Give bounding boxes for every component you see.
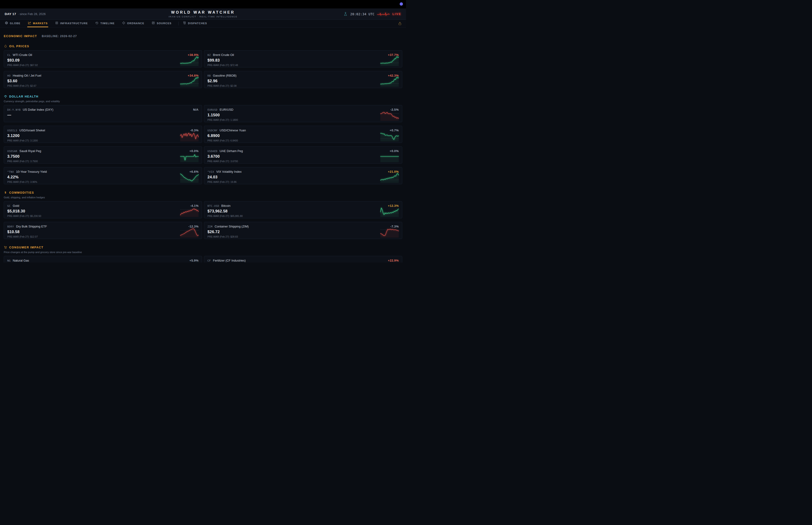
sparkline-chart [380, 131, 399, 141]
nav-divider [178, 21, 179, 25]
prewar-baseline: PRE-WAR (Feb 27): $65,881.80 [208, 214, 399, 217]
sparkline-chart [180, 131, 199, 141]
ticker: USDCNY [208, 129, 218, 132]
sparkline-chart [380, 76, 399, 87]
card-title-row: BTC-USD Bitcoin +12.3% [208, 204, 399, 208]
sparkline-chart [380, 261, 399, 262]
app-title-block: WORLD WAR WATCHER IRAN-US CONFLICT · REA… [168, 10, 237, 18]
sparkline-chart [380, 110, 399, 121]
ticker: ^VIX [208, 170, 214, 174]
sparkline-chart [180, 261, 199, 262]
globe-icon [5, 21, 8, 25]
top-status-bar [0, 0, 406, 9]
current-price: $99.83 [208, 58, 399, 62]
nav-tab-sources[interactable]: SOURCES [151, 20, 172, 27]
card-title-row: NG Natural Gas +5.9% [7, 259, 199, 262]
app-header: DAY 17 · since Feb 28, 2026 WORLD WAR WA… [0, 9, 406, 20]
svg-text:$: $ [5, 191, 6, 194]
market-section: OIL PRICES CL WTI Crude Oil +38.9% $93.0… [4, 44, 402, 88]
current-price: — [7, 113, 199, 117]
day-label: DAY 17 [5, 12, 16, 16]
ticker: CF [208, 259, 211, 262]
instrument-name: Brent Crude Oil [213, 53, 234, 57]
current-price: $10.58 [7, 229, 199, 234]
instrument-card[interactable]: NG Natural Gas +5.9% $3.03 [4, 256, 202, 262]
instrument-name: Gasoline (RBOB) [213, 74, 236, 77]
sparkline-chart [380, 172, 399, 183]
card-title-row: USDSAR Saudi Riyal Peg +0.0% [7, 149, 199, 153]
instrument-card[interactable]: BDRY Dry Bulk Shipping ETF -12.3% $10.58… [4, 222, 202, 239]
prewar-baseline: PRE-WAR (Feb 27): 6.8400 [208, 139, 399, 142]
current-price: 3.1200 [7, 134, 199, 138]
instrument-name: Bitcoin [221, 204, 230, 208]
instrument-card[interactable]: USDAED UAE Dirham Peg +0.0% 3.6700 PRE-W… [204, 146, 402, 164]
instrument-name: 10-Year Treasury Yield [16, 170, 47, 174]
instrument-card[interactable]: ZIM Container Shipping (ZIM) -7.3% $26.7… [204, 222, 402, 239]
instrument-card[interactable]: CL WTI Crude Oil +38.9% $93.09 PRE-WAR (… [4, 50, 202, 68]
instrument-card[interactable]: ^VIX VIX Volatility Index +21.0% 24.03 P… [204, 167, 402, 184]
instrument-card[interactable]: HO Heating Oil / Jet Fuel +34.8% $3.60 P… [4, 71, 202, 88]
section-title: CONSUMER IMPACT [9, 246, 44, 249]
section-header: $ COMMODITIES [4, 191, 402, 194]
nav-tab-markets[interactable]: MARKETS [27, 20, 48, 27]
instrument-name: Fertilizer (CF Industries) [213, 259, 246, 262]
nav-tab-timeline[interactable]: TIMELINE [95, 20, 115, 27]
card-title-row: DX-Y.NYB US Dollar Index (DXY) N/A [7, 108, 199, 111]
instrument-card[interactable]: RB Gasoline (RBOB) +42.3% $2.96 PRE-WAR … [204, 71, 402, 88]
instrument-name: USD/Israeli Shekel [19, 129, 45, 132]
market-section: $ COMMODITIES Gold, shipping, and inflat… [4, 191, 402, 239]
prewar-baseline: PRE-WAR (Feb 27): $12.07 [7, 235, 199, 238]
war-day-counter: DAY 17 · since Feb 28, 2026 [5, 12, 46, 16]
section-subtitle: Price changes at the pump and grocery st… [4, 251, 402, 254]
nav-tab-globe[interactable]: GLOBE [4, 20, 21, 27]
prewar-baseline: PRE-WAR (Feb 27): 3.7500 [7, 160, 199, 163]
document-icon [152, 21, 155, 25]
server-icon [55, 21, 59, 25]
instrument-card[interactable]: BTC-USD Bitcoin +12.3% $73,962.58 PRE-WA… [204, 201, 402, 218]
current-price: 3.6700 [208, 154, 399, 159]
card-title-row: CF Fertilizer (CF Industries) +22.9% [208, 259, 399, 262]
sparkline-chart [180, 172, 199, 183]
instrument-card[interactable]: GC Gold -4.1% $5,018.30 PRE-WAR (Feb 27)… [4, 201, 202, 218]
share-icon[interactable] [398, 20, 402, 27]
instrument-card[interactable]: ^TNX 10-Year Treasury Yield +6.6% 4.22% … [4, 167, 202, 184]
prewar-baseline: PRE-WAR (Feb 27): $5,230.50 [7, 214, 199, 217]
instrument-card[interactable]: CF Fertilizer (CF Industries) +22.9% $12… [204, 256, 402, 262]
app-subtitle: IRAN-US CONFLICT · REAL-TIME INTELLIGENC… [168, 15, 237, 18]
instrument-name: Gold [13, 204, 19, 208]
card-title-row: BZ Brent Crude Oil +37.7% [208, 53, 399, 57]
sparkline-chart [180, 227, 199, 238]
header-status-cluster: 20:02:34 UTC LIVE [343, 12, 401, 16]
instrument-card[interactable]: BZ Brent Crude Oil +37.7% $99.83 PRE-WAR… [204, 50, 402, 68]
nav-tab-infrastructure[interactable]: INFRASTRUCTURE [55, 20, 88, 27]
instrument-card[interactable]: USDILS USD/Israeli Shekel -0.3% 3.1200 P… [4, 126, 202, 143]
instrument-card[interactable]: USDSAR Saudi Riyal Peg +0.0% 3.7500 PRE-… [4, 146, 202, 164]
prewar-baseline: PRE-WAR (Feb 27): 3.6700 [208, 160, 399, 163]
instrument-card[interactable]: USDCNY USD/Chinese Yuan +0.7% 6.8900 PRE… [204, 126, 402, 143]
section-header: CONSUMER IMPACT [4, 245, 402, 249]
nav-tab-ordnance[interactable]: ORDNANCE [121, 20, 145, 27]
instrument-card[interactable]: DX-Y.NYB US Dollar Index (DXY) N/A — [4, 105, 202, 122]
card-title-row: USDAED UAE Dirham Peg +0.0% [208, 149, 399, 153]
prewar-baseline: PRE-WAR (Feb 27): $28.83 [208, 235, 399, 238]
current-price: $5,018.30 [7, 209, 199, 213]
card-title-row: USDCNY USD/Chinese Yuan +0.7% [208, 129, 399, 132]
sparkline-chart [180, 151, 199, 162]
ticker: NG [7, 259, 11, 262]
ticker: BTC-USD [208, 205, 219, 208]
prewar-baseline: PRE-WAR (Feb 27): 1.1800 [208, 118, 399, 121]
page-header-row: ECONOMIC IMPACT BASELINE: 2026-02-27 [4, 34, 402, 38]
nav-tab-dispatches[interactable]: DISPATCHES [182, 20, 208, 27]
prewar-baseline: PRE-WAR (Feb 27): $72.48 [208, 64, 399, 66]
instrument-name: Natural Gas [13, 259, 29, 262]
instrument-card[interactable]: EURUSD EUR/USD -2.5% 1.1500 PRE-WAR (Feb… [204, 105, 402, 122]
live-badge: LIVE [393, 13, 401, 16]
instrument-name: WTI Crude Oil [13, 53, 32, 57]
sparkline-chart [380, 227, 399, 238]
prewar-baseline: PRE-WAR (Feb 27): 19.86 [208, 180, 399, 183]
utc-clock: 20:02:34 UTC [350, 12, 375, 16]
market-section: CONSUMER IMPACT Price changes at the pum… [4, 245, 402, 262]
nav-tab-label: MARKETS [33, 22, 48, 25]
section-header: OIL PRICES [4, 44, 402, 48]
current-price: $93.09 [7, 58, 199, 62]
